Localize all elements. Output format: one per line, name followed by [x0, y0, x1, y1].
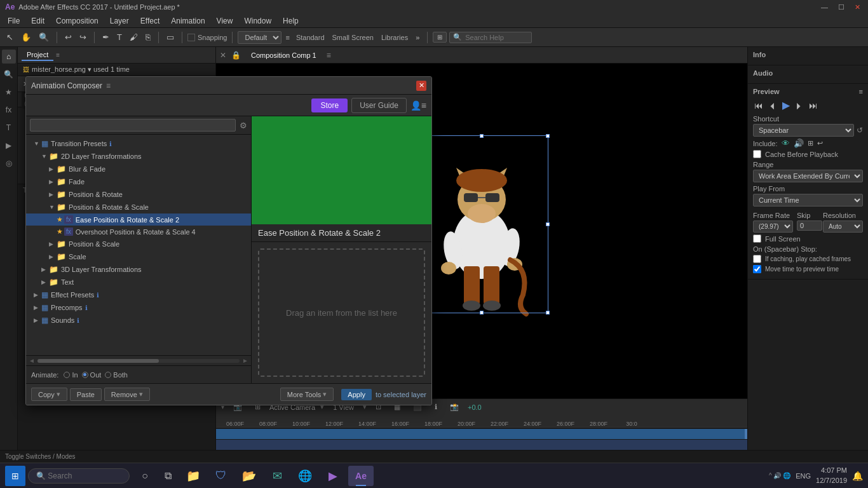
preview-prev[interactable]: ⏴	[767, 99, 778, 112]
remove-dropdown[interactable]: ▾	[139, 390, 143, 398]
info-icon[interactable]: ℹ	[109, 140, 112, 147]
tree-overshoot[interactable]: ★ fx Overshoot Position & Rotate & Scale…	[26, 226, 251, 238]
more-dropdown[interactable]: ▾	[323, 390, 327, 398]
include-video-icon[interactable]: 👁	[782, 139, 790, 148]
if-caching-checkbox[interactable]	[753, 255, 761, 263]
workspace-libraries[interactable]: Libraries	[379, 32, 410, 43]
menu-effect[interactable]: Effect	[135, 15, 165, 27]
info-precomps[interactable]: ℹ	[85, 304, 88, 311]
include-audio-icon[interactable]: 🔊	[794, 139, 804, 148]
zoom-tool[interactable]: 🔍	[36, 31, 51, 43]
tree-pos-scale[interactable]: 📁 Position & Scale	[26, 238, 251, 250]
fullscreen-checkbox[interactable]	[753, 234, 761, 243]
toggle-switches-label[interactable]: Toggle Switches / Modes	[5, 453, 76, 460]
snapping-label[interactable]: Snapping	[187, 34, 227, 41]
close-button[interactable]: ✕	[852, 3, 863, 11]
taskbar-cortana[interactable]: ○	[135, 466, 155, 486]
workspace-standard[interactable]: Standard	[294, 32, 327, 43]
modal-search-input[interactable]	[30, 119, 236, 132]
framerate-select[interactable]: (29.97)	[753, 220, 793, 233]
taskbar-search[interactable]	[28, 468, 130, 484]
user-guide-button[interactable]: User Guide	[351, 98, 407, 113]
side-icon-motion[interactable]: ▶	[2, 139, 16, 152]
side-icon-search[interactable]: 🔍	[2, 67, 16, 81]
tree-effect-presets[interactable]: ▦ Effect Presets ℹ	[26, 288, 251, 301]
tree-scale[interactable]: 📁 Scale	[26, 250, 251, 263]
store-button[interactable]: Store	[311, 98, 348, 112]
side-icon-home[interactable]: ⌂	[2, 50, 16, 64]
workspace-more[interactable]: »	[413, 32, 422, 43]
workspace-small[interactable]: Small Screen	[330, 32, 376, 43]
scroll-track[interactable]	[37, 359, 240, 363]
range-select[interactable]: Work Area Extended By Current...	[753, 170, 863, 182]
tree-3d-layer[interactable]: 📁 3D Layer Transformations	[26, 263, 251, 276]
apply-button[interactable]: Apply	[341, 389, 372, 400]
shape-tool[interactable]: ▭	[164, 31, 177, 43]
scroll-right[interactable]: ►	[242, 357, 248, 364]
taskbar-app-email[interactable]: ✉	[264, 466, 290, 486]
clone-tool[interactable]: ⎘	[143, 31, 153, 43]
brush-tool[interactable]: 🖌	[127, 31, 140, 43]
tree-sounds[interactable]: ▦ Sounds ℹ	[26, 314, 251, 327]
side-icon-effects[interactable]: fx	[2, 103, 16, 117]
taskbar-app-shield[interactable]: 🛡	[208, 466, 234, 486]
taskbar-app-explorer[interactable]: 📁	[180, 466, 206, 486]
undo-tool[interactable]: ↩	[62, 31, 74, 43]
project-item-horse[interactable]: 🖼 mister_horse.png ▾ used 1 time	[18, 64, 215, 76]
remove-button[interactable]: Remove ▾	[104, 388, 150, 401]
user-icon[interactable]: 👤≡	[410, 100, 426, 111]
shortcut-reset-btn[interactable]: ↺	[857, 126, 863, 135]
workspace-default[interactable]: Default	[238, 31, 281, 44]
copy-button[interactable]: Copy ▾	[31, 388, 67, 401]
taskbar-notification[interactable]: 🔔	[852, 471, 863, 481]
scroll-left[interactable]: ◄	[29, 357, 35, 364]
side-icon-text[interactable]: T	[2, 121, 16, 135]
taskbar-app-media[interactable]: ▶	[320, 466, 346, 486]
pen-tool[interactable]: ✒	[100, 31, 112, 43]
start-button[interactable]: ⊞	[5, 466, 25, 486]
menu-composition[interactable]: Composition	[51, 15, 104, 27]
modal-close-button[interactable]: ✕	[416, 81, 426, 91]
tree-transition-presets[interactable]: ▦ Transition Presets ℹ	[26, 137, 251, 150]
menu-layer[interactable]: Layer	[105, 15, 134, 27]
tree-text[interactable]: 📁 Text	[26, 276, 251, 288]
include-extra1[interactable]: ⊞	[808, 139, 813, 147]
taskbar-app-ae[interactable]: Ae	[348, 466, 374, 486]
tree-ease-pos-rot-scale-2[interactable]: ★ fx Ease Position & Rotate & Scale 2	[26, 214, 251, 226]
copy-dropdown[interactable]: ▾	[57, 390, 60, 398]
comp-tab-close-btn[interactable]: ✕	[220, 51, 226, 60]
shortcut-select[interactable]: Spacebar	[753, 124, 854, 137]
ext-btn[interactable]: ⊞	[433, 32, 447, 43]
menu-animation[interactable]: Animation	[166, 15, 210, 27]
paste-button[interactable]: Paste	[70, 388, 102, 401]
tab-project[interactable]: Project	[22, 50, 53, 61]
menu-view[interactable]: View	[212, 15, 238, 27]
minimize-button[interactable]: —	[818, 3, 831, 11]
cache-checkbox[interactable]	[753, 150, 761, 158]
text-tool[interactable]: T	[114, 31, 125, 43]
preview-next[interactable]: ⏵	[794, 99, 805, 112]
tree-pos-rot-scale[interactable]: 📁 Position & Rotate & Scale	[26, 201, 251, 214]
hand-tool[interactable]: ✋	[18, 31, 34, 43]
maximize-button[interactable]: ☐	[836, 3, 847, 11]
info-effect[interactable]: ℹ	[97, 292, 99, 299]
select-tool[interactable]: ↖	[4, 31, 16, 43]
info-sounds[interactable]: ℹ	[77, 317, 79, 324]
tree-2d-layer[interactable]: 📁 2D Layer Transformations	[26, 150, 251, 163]
viewer-snapshot-icon[interactable]: 📸	[446, 402, 463, 412]
radio-out[interactable]: Out	[82, 371, 102, 379]
taskbar-app-files[interactable]: 📂	[236, 466, 262, 486]
taskbar-app-ie[interactable]: 🌐	[292, 466, 318, 486]
move-time-checkbox[interactable]	[753, 265, 761, 273]
modal-gear-icon[interactable]: ⚙	[240, 121, 247, 130]
skip-input[interactable]	[797, 220, 822, 231]
radio-both[interactable]: Both	[105, 371, 128, 379]
playfrom-select[interactable]: Current Time	[753, 194, 863, 207]
tree-pos-rotate[interactable]: 📁 Position & Rotate	[26, 188, 251, 201]
radio-in[interactable]: In	[64, 371, 78, 379]
comp-menu-icon[interactable]: ≡	[327, 51, 331, 60]
taskbar-task-view[interactable]: ⧉	[158, 466, 178, 486]
more-tools-button[interactable]: More Tools ▾	[280, 388, 334, 401]
tree-precomps[interactable]: ▦ Precomps ℹ	[26, 301, 251, 314]
redo-tool[interactable]: ↪	[77, 31, 89, 43]
